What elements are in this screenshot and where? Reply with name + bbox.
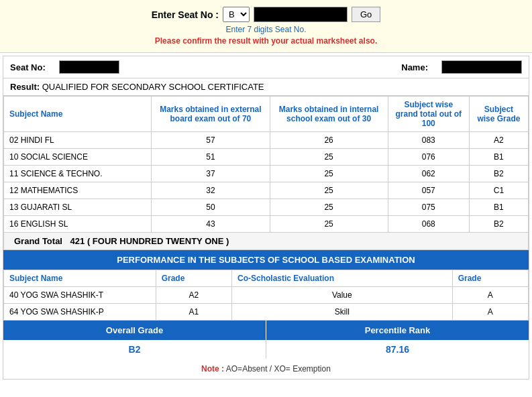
school-grade-cell: A2 [156,287,231,304]
note-row: Note : AO=Absent / XO= Exemption [3,359,529,379]
grade-cell: B1 [469,149,528,166]
grand-total-cell: 076 [388,149,469,166]
percentile-label: Percentile Rank [266,321,529,340]
table-row: 12 MATHEMATICS 32 25 057 C1 [4,182,529,199]
table-row: 11 SCIENCE & TECHNO. 37 25 062 B2 [4,166,529,182]
external-cell: 50 [152,199,270,216]
top-bar: Enter Seat No : B A C Go Enter 7 digits … [0,0,532,53]
subject-cell: 13 GUJARATI SL [4,199,152,216]
result-value: QUALIFIED FOR SECONDARY SCHOOL CERTIFICA… [42,82,264,92]
col-grand: Subject wise grand total out of 100 [388,97,469,132]
note-text: AO=Absent / XO= Exemption [226,364,331,374]
name-label: Name: [401,62,428,72]
internal-cell: 25 [270,166,388,182]
col-external: Marks obtained in external board exam ou… [152,97,270,132]
table-row: 13 GUJARATI SL 50 25 075 B1 [4,199,529,216]
main-content: Seat No: Name: Result: QUALIFIED FOR SEC… [3,56,529,380]
grand-total-cell: 057 [388,182,469,199]
col-subject: Subject Name [4,97,152,132]
overall-grade-label: Overall Grade [3,321,266,340]
school-subject-cell: 40 YOG SWA SHASHIK-T [4,287,156,304]
enter-seat-label: Enter Seat No : [152,9,219,20]
grade-cell: A2 [469,132,528,149]
subject-cell: 16 ENGLISH SL [4,216,152,233]
go-button[interactable]: Go [352,7,380,22]
grand-total-value: 421 ( FOUR HUNDRED TWENTY ONE ) [70,236,229,246]
grade-cell: B2 [469,216,528,233]
subject-cell: 12 MATHEMATICS [4,182,152,199]
grand-total-cell: 062 [388,166,469,182]
subject-cell: 10 SOCIAL SCIENCE [4,149,152,166]
overall-grade-value: B2 [3,340,266,359]
school-table: Subject Name Grade Co-Scholastic Evaluat… [3,270,529,321]
hint-text: Enter 7 digits Seat No. [7,25,525,34]
grand-total-cell: 083 [388,132,469,149]
external-cell: 57 [152,132,270,149]
school-grade-cell: A1 [156,304,231,321]
grand-total-row: Grand Total 421 ( FOUR HUNDRED TWENTY ON… [4,233,529,250]
school-col-co-grade: Grade [452,270,528,287]
grade-display-row: B2 87.16 [3,340,529,359]
internal-cell: 25 [270,149,388,166]
name-value [441,60,522,74]
school-col-co: Co-Scholastic Evaluation [231,270,452,287]
percentile-value: 87.16 [266,340,529,359]
internal-cell: 25 [270,182,388,199]
col-grade: Subject wise Grade [469,97,528,132]
enter-seat-row: Enter Seat No : B A C Go [7,7,525,22]
internal-cell: 26 [270,132,388,149]
internal-cell: 25 [270,199,388,216]
school-table-row: 64 YOG SWA SHASHIK-P A1 Skill A [4,304,529,321]
col-internal: Marks obtained in internal school exam o… [270,97,388,132]
result-label: Result: [10,82,40,92]
seat-type-select[interactable]: B A C [223,7,250,22]
school-col-subject: Subject Name [4,270,156,287]
co-subject-cell: Skill [231,304,452,321]
external-cell: 51 [152,149,270,166]
table-row: 02 HINDI FL 57 26 083 A2 [4,132,529,149]
seat-no-label: Seat No: [10,62,46,72]
seat-number-input[interactable] [254,7,348,22]
warning-text: Please confirm the result with your actu… [7,36,525,46]
co-grade-cell: A [452,287,528,304]
table-row: 16 ENGLISH SL 43 25 068 B2 [4,216,529,233]
external-cell: 37 [152,166,270,182]
external-cell: 32 [152,182,270,199]
result-row: Result: QUALIFIED FOR SECONDARY SCHOOL C… [3,78,529,96]
subject-cell: 02 HINDI FL [4,132,152,149]
internal-cell: 25 [270,216,388,233]
note-label: Note : [201,364,224,374]
school-col-grade: Grade [156,270,231,287]
seat-no-value [59,60,119,74]
co-grade-cell: A [452,304,528,321]
school-subject-cell: 64 YOG SWA SHASHIK-P [4,304,156,321]
co-subject-cell: Value [231,287,452,304]
grand-total-label: Grand Total [14,236,62,246]
grade-cell: B2 [469,166,528,182]
table-row: 10 SOCIAL SCIENCE 51 25 076 B1 [4,149,529,166]
external-cell: 43 [152,216,270,233]
grade-cell: C1 [469,182,528,199]
grand-total-cell: 068 [388,216,469,233]
school-section-header: PERFORMANCE IN THE SUBJECTS OF SCHOOL BA… [3,250,529,270]
subject-cell: 11 SCIENCE & TECHNO. [4,166,152,182]
overall-row: Overall Grade Percentile Rank [3,321,529,340]
grand-total-cell: 075 [388,199,469,216]
grade-cell: B1 [469,199,528,216]
school-table-row: 40 YOG SWA SHASHIK-T A2 Value A [4,287,529,304]
marks-table: Subject Name Marks obtained in external … [3,96,529,250]
info-row: Seat No: Name: [3,56,529,78]
